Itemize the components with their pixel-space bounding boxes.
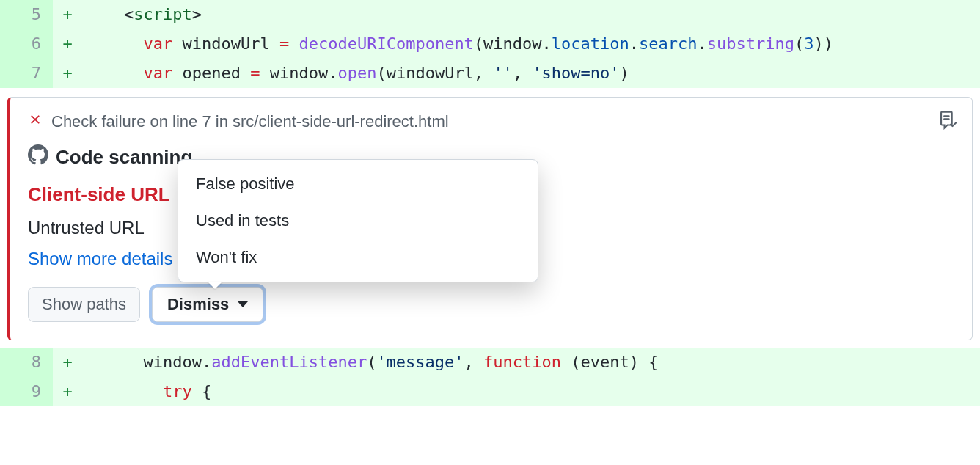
diff-plus-marker: +	[53, 29, 82, 59]
diff-plus-marker: +	[53, 348, 82, 377]
line-number[interactable]: 7	[0, 59, 53, 88]
diff-plus-marker: +	[53, 0, 82, 29]
dismiss-option-wont-fix[interactable]: Won't fix	[178, 239, 538, 276]
scanning-label: Code scanning	[56, 146, 192, 169]
failure-x-icon	[28, 112, 43, 131]
code-line: 7+ var opened = window.open(windowUrl, '…	[0, 59, 980, 88]
failure-text: Check failure on line 7 in src/client-si…	[51, 112, 449, 131]
caret-down-icon	[238, 301, 248, 307]
line-number[interactable]: 9	[0, 377, 53, 406]
code-content: try {	[82, 377, 980, 406]
show-paths-button[interactable]: Show paths	[28, 287, 140, 322]
code-line: 6+ var windowUrl = decodeURIComponent(wi…	[0, 29, 980, 59]
diff-plus-marker: +	[53, 59, 82, 88]
line-number[interactable]: 6	[0, 29, 53, 59]
line-number[interactable]: 8	[0, 348, 53, 377]
line-number[interactable]: 5	[0, 0, 53, 29]
github-icon	[28, 144, 48, 170]
code-line: 8+ window.addEventListener('message', fu…	[0, 348, 980, 377]
code-content: <script>	[82, 0, 980, 29]
dismiss-button[interactable]: Dismiss	[152, 287, 263, 322]
code-content: window.addEventListener('message', funct…	[82, 348, 980, 377]
dismiss-option-used-in-tests[interactable]: Used in tests	[178, 202, 538, 239]
diff-plus-marker: +	[53, 377, 82, 406]
dismiss-label: Dismiss	[167, 295, 229, 314]
code-line: 9+ try {	[0, 377, 980, 406]
code-content: var windowUrl = decodeURIComponent(windo…	[82, 29, 980, 59]
code-scanning-alert: Check failure on line 7 in src/client-si…	[7, 97, 973, 340]
code-content: var opened = window.open(windowUrl, '', …	[82, 59, 980, 88]
dismiss-dropdown: False positive Used in tests Won't fix	[178, 159, 538, 282]
dismiss-option-false-positive[interactable]: False positive	[178, 166, 538, 202]
code-line: 5+ <script>	[0, 0, 980, 29]
checklist-icon[interactable]	[938, 111, 957, 133]
alert-header: Check failure on line 7 in src/client-si…	[28, 112, 954, 131]
